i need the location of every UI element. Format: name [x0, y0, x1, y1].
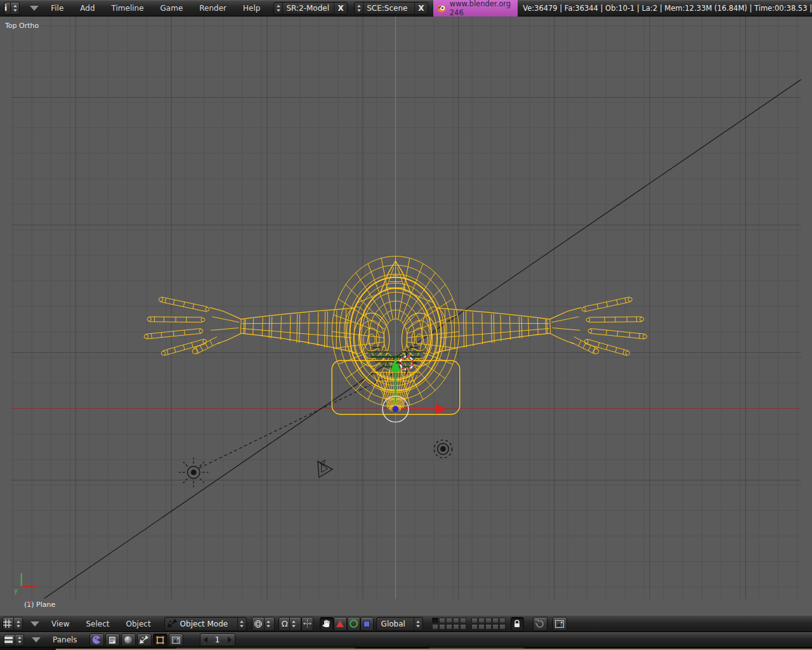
menu-file[interactable]: File [43, 4, 72, 13]
draw-type-stepper[interactable] [264, 618, 273, 630]
axis-x-label: x [28, 599, 32, 606]
wire-sphere-icon [254, 620, 263, 628]
object-context-button[interactable] [137, 633, 152, 646]
orientation-dropdown[interactable]: Global [376, 617, 423, 631]
info-window-icon: i [4, 4, 7, 13]
layer-group-1 [432, 618, 466, 630]
window-type-stepper[interactable] [10, 3, 19, 14]
pivot-icon: Ω [282, 619, 288, 628]
draw-type-dropdown[interactable] [252, 617, 275, 631]
viewport-3d[interactable]: Top Ortho (1) Plane y x [0, 17, 812, 615]
menu-add[interactable]: Add [72, 4, 103, 13]
orientation-value[interactable]: Global [377, 620, 414, 628]
layer-button-19[interactable] [492, 624, 499, 630]
render-window-button[interactable] [553, 617, 567, 631]
layer-button-14[interactable] [492, 618, 499, 623]
layer-button-2[interactable] [439, 618, 445, 623]
lock-layers-button[interactable] [511, 617, 524, 631]
top-header: i FileAddTimelineGameRenderHelp SR:2-Mod… [0, 0, 812, 17]
buttons-content-strip [0, 647, 812, 650]
pivot-stepper[interactable] [289, 618, 298, 630]
layer-button-13[interactable] [485, 618, 492, 623]
center-arrows-icon [303, 620, 311, 628]
layer-button-18[interactable] [485, 624, 492, 630]
axis-y-label: y [14, 587, 18, 594]
blender-version-banner: www.blender.org 246 [433, 0, 518, 17]
blender-window: i FileAddTimelineGameRenderHelp SR:2-Mod… [0, 0, 812, 650]
rotate-ring-icon [350, 620, 358, 628]
screen-selector[interactable]: SR:2-Model X [273, 2, 348, 15]
scene-close-button[interactable]: X [414, 3, 428, 14]
panels-menu[interactable]: Panels [44, 635, 86, 644]
layer-button-1[interactable] [432, 618, 438, 623]
move-centers-button[interactable] [301, 617, 313, 631]
buttons-header: Panels [0, 632, 812, 647]
object-mode-icon [167, 619, 177, 628]
mode-dropdown[interactable]: Object Mode [164, 617, 247, 631]
buttons-collapse-icon[interactable] [32, 637, 41, 642]
layer-button-17[interactable] [478, 624, 485, 630]
object-arrows-icon [140, 635, 148, 644]
view3d-window-type-button[interactable] [3, 617, 23, 630]
layer-button-12[interactable] [478, 618, 485, 623]
scene-selector[interactable]: SCE:Scene X [354, 2, 428, 15]
orientation-stepper[interactable] [414, 618, 422, 630]
scene-canvas [0, 17, 812, 615]
buttons-window-type-button[interactable] [4, 634, 24, 646]
menu-select[interactable]: Select [77, 620, 117, 628]
scene-stats: Ve:36479 | Fa:36344 | Ob:10-1 | La:2 | M… [523, 4, 812, 13]
screen-close-button[interactable]: X [334, 3, 347, 14]
spiral-icon [535, 620, 544, 628]
layer-button-6[interactable] [432, 624, 438, 630]
padlock-icon [513, 620, 521, 628]
mode-dropdown-value[interactable]: Object Mode [177, 620, 237, 628]
manipulator-scale-button[interactable] [360, 617, 374, 631]
menu-game[interactable]: Game [152, 4, 192, 13]
view3d-header: ViewSelectObject Object Mode [0, 615, 812, 632]
buttons-window-icon [4, 636, 13, 644]
manipulator-toggle-button[interactable] [320, 617, 334, 631]
header-spiral-button[interactable] [533, 617, 547, 631]
header-collapse-icon[interactable] [30, 6, 39, 11]
frame-number[interactable]: 1 [207, 635, 228, 644]
manipulator-rotate-button[interactable] [347, 617, 360, 631]
window-type-button[interactable]: i [4, 2, 20, 15]
menu-timeline[interactable]: Timeline [103, 4, 152, 13]
layer-button-5[interactable] [460, 618, 466, 623]
layer-button-10[interactable] [460, 624, 466, 630]
frame-stepper[interactable]: 1 [200, 633, 235, 646]
layer-button-9[interactable] [453, 624, 459, 630]
script-context-button[interactable] [105, 633, 120, 646]
menu-object[interactable]: Object [118, 620, 159, 628]
screen-selector-value[interactable]: SR:2-Model [283, 4, 334, 13]
menu-render[interactable]: Render [191, 4, 235, 13]
view3d-collapse-icon[interactable] [30, 621, 39, 627]
logic-context-button[interactable] [89, 633, 104, 646]
shading-context-button[interactable] [121, 633, 136, 646]
layer-button-15[interactable] [499, 618, 506, 623]
view3d-window-type-stepper[interactable] [13, 618, 22, 630]
layer-button-16[interactable] [471, 624, 478, 630]
layer-button-3[interactable] [446, 618, 452, 623]
manipulator-translate-button[interactable] [334, 617, 347, 631]
frame-next-icon[interactable] [228, 637, 232, 643]
menu-help[interactable]: Help [235, 4, 268, 13]
layer-button-11[interactable] [471, 618, 478, 623]
mode-dropdown-stepper[interactable] [237, 618, 246, 630]
menu-view[interactable]: View [43, 620, 77, 628]
script-icon [108, 636, 116, 644]
scene-context-button[interactable] [169, 633, 183, 646]
view3d-menus: ViewSelectObject [43, 616, 159, 632]
image-icon [555, 620, 564, 628]
scene-selector-stepper[interactable] [355, 3, 363, 14]
pivot-dropdown[interactable]: Ω [278, 617, 301, 631]
layer-button-8[interactable] [446, 624, 452, 630]
layer-button-4[interactable] [453, 618, 459, 623]
editing-context-button[interactable] [153, 633, 167, 646]
buttons-window-type-stepper[interactable] [15, 635, 23, 646]
topbar-menus: FileAddTimelineGameRenderHelp [43, 1, 268, 16]
layer-button-7[interactable] [439, 624, 445, 630]
screen-selector-stepper[interactable] [274, 3, 283, 14]
scene-selector-value[interactable]: SCE:Scene [363, 4, 414, 13]
layer-button-20[interactable] [499, 624, 506, 630]
